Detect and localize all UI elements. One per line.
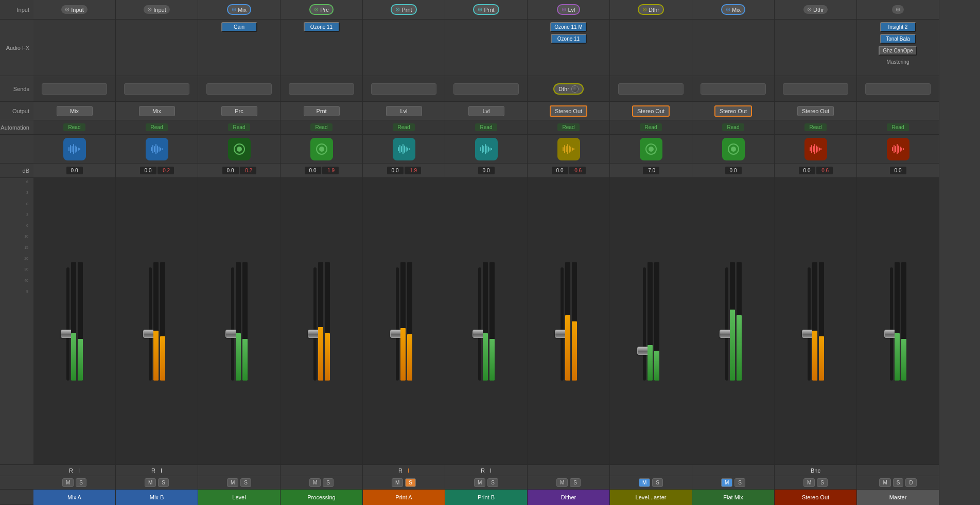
- solo-button-processing[interactable]: S: [323, 478, 334, 487]
- auto-button-print-b[interactable]: Read: [475, 123, 498, 131]
- output-button-level-master[interactable]: Stereo Out: [632, 105, 670, 117]
- bnc-button-stereo-out[interactable]: Bnc: [810, 467, 821, 474]
- dthr-send[interactable]: Dthr: [553, 83, 584, 95]
- fx-button-level-0[interactable]: Gain: [221, 22, 257, 32]
- fader-rail-master[interactable]: [890, 267, 893, 381]
- track-icon-processing[interactable]: [310, 138, 333, 160]
- auto-button-print-a[interactable]: Read: [393, 123, 415, 131]
- fader-rail-stereo-out[interactable]: [808, 267, 811, 381]
- track-icon-print-a[interactable]: [393, 138, 415, 160]
- solo-button-level[interactable]: S: [240, 478, 251, 487]
- solo-button-print-a[interactable]: S: [405, 478, 416, 487]
- r-button-mix-b[interactable]: R: [150, 467, 156, 474]
- track-icon-dither[interactable]: [557, 138, 580, 160]
- i-button-mix-a[interactable]: I: [77, 467, 81, 474]
- fader-rail-print-b[interactable]: [478, 267, 481, 381]
- mute-button-print-a[interactable]: M: [392, 478, 403, 487]
- mute-button-level[interactable]: M: [227, 478, 238, 487]
- fader-rail-level-master[interactable]: [643, 267, 646, 381]
- fx-button-master-2[interactable]: Ghz CanOpe: [879, 46, 917, 56]
- channel-name-flat-mix[interactable]: Flat Mix: [692, 490, 774, 505]
- input-pill-mix-b[interactable]: ⊗ Input: [144, 5, 169, 14]
- output-button-processing[interactable]: Prnt: [304, 106, 340, 116]
- track-icon-level[interactable]: [228, 138, 251, 160]
- mute-button-stereo-out[interactable]: M: [803, 478, 815, 487]
- track-icon-master[interactable]: [887, 138, 909, 160]
- fx-button-master-1[interactable]: Tonal Bala: [880, 34, 916, 44]
- r-button-print-a[interactable]: R: [397, 467, 404, 474]
- fx-button-master-0[interactable]: Insight 2: [880, 22, 916, 32]
- channel-name-mix-b[interactable]: Mix B: [116, 490, 198, 505]
- auto-button-stereo-out[interactable]: Read: [804, 123, 827, 131]
- i-button-print-b[interactable]: I: [489, 467, 493, 474]
- auto-button-flat-mix[interactable]: Read: [722, 123, 745, 131]
- fader-rail-dither[interactable]: [561, 267, 564, 381]
- i-button-print-a[interactable]: I: [407, 467, 410, 474]
- input-pill-stereo-out[interactable]: ⊗ Dthr: [803, 5, 828, 14]
- track-icon-stereo-out[interactable]: [804, 138, 827, 160]
- solo-button-mix-a[interactable]: S: [76, 478, 86, 487]
- input-pill-processing[interactable]: ⊗ Prc: [309, 4, 334, 15]
- mute-button-print-b[interactable]: M: [474, 478, 485, 487]
- mute-button-master[interactable]: M: [879, 478, 890, 487]
- auto-button-dither[interactable]: Read: [557, 123, 580, 131]
- output-button-mix-b[interactable]: Mix: [139, 106, 175, 116]
- mute-button-mix-a[interactable]: M: [62, 478, 74, 487]
- mute-button-mix-b[interactable]: M: [145, 478, 156, 487]
- solo-button-master[interactable]: S: [893, 478, 904, 487]
- mute-button-processing[interactable]: M: [309, 478, 321, 487]
- input-pill-mix-a[interactable]: ⊗ Input: [61, 5, 87, 14]
- output-button-flat-mix[interactable]: Stereo Out: [714, 105, 752, 117]
- fader-rail-mix-b[interactable]: [149, 267, 152, 381]
- input-pill-dither[interactable]: ⊗ Lvl: [557, 4, 580, 15]
- output-button-stereo-out[interactable]: Stereo Out: [797, 106, 834, 116]
- track-icon-mix-b[interactable]: [146, 138, 168, 160]
- dthr-knob[interactable]: [571, 85, 579, 93]
- auto-button-level[interactable]: Read: [228, 123, 251, 131]
- track-icon-level-master[interactable]: [640, 138, 662, 160]
- auto-button-master[interactable]: Read: [887, 123, 909, 131]
- channel-name-mix-a[interactable]: Mix A: [33, 490, 115, 505]
- channel-name-level[interactable]: Level: [198, 490, 280, 505]
- output-button-dither[interactable]: Stereo Out: [550, 105, 587, 117]
- output-button-mix-a[interactable]: Mix: [57, 106, 93, 116]
- solo-button-flat-mix[interactable]: S: [734, 478, 745, 487]
- channel-name-print-a[interactable]: Print A: [363, 490, 445, 505]
- output-button-print-b[interactable]: Lvl: [468, 106, 504, 116]
- fx-button-dither-0[interactable]: Ozone 11 M: [550, 22, 586, 32]
- track-icon-mix-a[interactable]: [63, 138, 86, 160]
- mute-button-flat-mix[interactable]: M: [721, 478, 732, 487]
- channel-name-master[interactable]: Master: [857, 490, 939, 505]
- solo-button-mix-b[interactable]: S: [158, 478, 169, 487]
- track-icon-flat-mix[interactable]: [722, 138, 745, 160]
- input-pill-print-a[interactable]: ⊗ Prnt: [391, 4, 416, 15]
- fader-rail-print-a[interactable]: [396, 267, 399, 381]
- auto-button-processing[interactable]: Read: [310, 123, 333, 131]
- solo-button-dither[interactable]: S: [570, 478, 581, 487]
- fx-button-dither-1[interactable]: Ozone 11: [551, 34, 587, 44]
- channel-name-stereo-out[interactable]: Stereo Out: [775, 490, 856, 505]
- channel-name-level-master[interactable]: Level...aster: [610, 490, 692, 505]
- input-pill-level-master[interactable]: ⊗ Dthr: [638, 4, 664, 15]
- fader-rail-processing[interactable]: [313, 267, 317, 381]
- mute-button-dither[interactable]: M: [556, 478, 568, 487]
- track-icon-print-b[interactable]: [475, 138, 498, 160]
- auto-button-mix-a[interactable]: Read: [63, 123, 86, 131]
- i-button-mix-b[interactable]: I: [160, 467, 163, 474]
- solo-button-level-master[interactable]: S: [652, 478, 663, 487]
- solo-button-print-b[interactable]: S: [487, 478, 498, 487]
- channel-name-print-b[interactable]: Print B: [445, 490, 527, 505]
- fader-rail-flat-mix[interactable]: [725, 267, 728, 381]
- input-pill-level[interactable]: ⊗ Mix: [227, 4, 251, 15]
- fader-rail-level[interactable]: [231, 267, 234, 381]
- channel-name-processing[interactable]: Processing: [281, 490, 362, 505]
- mute-button-level-master[interactable]: M: [639, 478, 650, 487]
- auto-button-level-master[interactable]: Read: [640, 123, 662, 131]
- fx-button-processing-0[interactable]: Ozone 11: [304, 22, 340, 32]
- r-button-mix-a[interactable]: R: [68, 467, 74, 474]
- input-pill-print-b[interactable]: ⊗ Prnt: [473, 4, 499, 15]
- auto-button-mix-b[interactable]: Read: [146, 123, 168, 131]
- input-pill-flat-mix[interactable]: ⊗ Mix: [721, 4, 745, 15]
- output-button-print-a[interactable]: Lvl: [386, 106, 422, 116]
- d-button-master[interactable]: D: [905, 478, 916, 487]
